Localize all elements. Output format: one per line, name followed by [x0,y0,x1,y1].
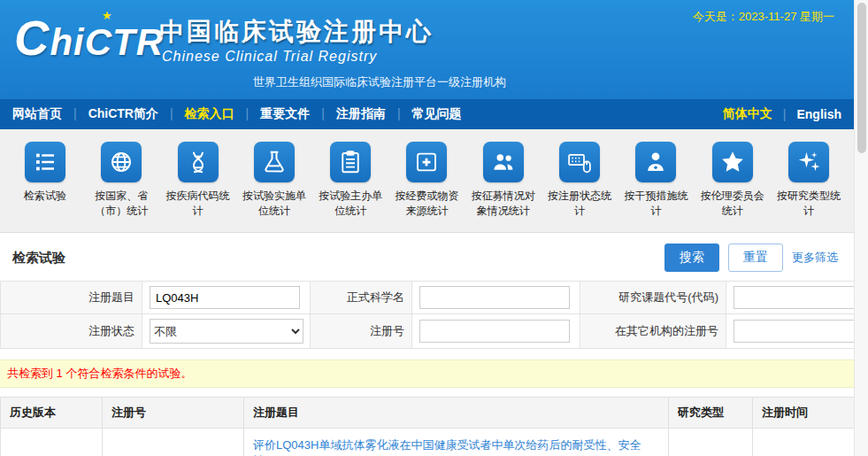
column-header-title: 注册题目 [244,398,669,429]
table-row: 历史版本 ChiCTR2300069500 评价LQ043H单域抗体雾化液在中国… [1,429,855,456]
clipboard-icon [330,142,371,182]
toolbar-item-label: 按征募情况对象情况统计 [470,189,537,219]
toolbar-item-by-country[interactable]: 按国家、省（市）统计 [83,142,159,232]
lang-chinese-link[interactable]: 简体中文 [723,106,772,122]
column-header-reg-date: 注册时间 [753,398,855,429]
toolbar-item-by-registration-status[interactable]: 按注册状态统计 [542,142,618,232]
list-123-icon [25,142,65,182]
form-row: 注册题目 正式科学名 研究课题代号(代码) [1,282,855,314]
nav-item-about[interactable]: ChiCTR简介 [62,106,158,122]
project-code-input[interactable] [734,286,868,309]
site-title-zh: 中国临床试验注册中心 [159,15,434,49]
field-label-scientific-name: 正式科学名 [311,282,412,314]
sparkles-icon [788,142,829,182]
column-header-study-type: 研究类型 [669,398,753,429]
search-actions: 搜索 重置 更多筛选 [664,243,838,272]
nav-items: 网站首页 ChiCTR简介 检索入口 重要文件 注册指南 常见问题 [12,106,723,122]
result-count-message: 共检索到 1 个符合检索条件的试验。 [0,359,854,388]
scientific-name-input[interactable] [419,286,570,309]
logo-star-icon: ★ [102,9,112,22]
site-header: ChiCTR ★ 中国临床试验注册中心 Chinese Clinical Tri… [0,0,854,99]
toolbar-item-by-implementing-unit[interactable]: 按试验实施单位统计 [236,142,312,232]
site-logo[interactable]: ChiCTR ★ [14,11,164,66]
dna-icon [178,142,219,182]
trial-title-link[interactable]: 评价LQ043H单域抗体雾化液在中国健康受试者中单次给药后的耐受性、安全性、… [253,438,641,456]
vertical-scrollbar[interactable] [854,0,868,456]
toolbar-item-search-trials[interactable]: 检索试验 [7,142,83,232]
toolbar-item-by-sponsor-unit[interactable]: 按试验主办单位统计 [312,142,388,232]
field-label-registration-number: 注册号 [311,314,412,349]
registration-date-cell: 2023/03/20 [753,429,855,456]
other-registry-number-input[interactable] [734,320,868,343]
toolbar-item-label: 按经费或物资来源统计 [393,189,460,219]
study-type-cell: 干预性研究 [669,429,753,456]
logo-text: ChiCTR [14,11,164,66]
toolbar-item-by-ethics-committee[interactable]: 按伦理委员会统计 [695,142,771,232]
results-header-row: 历史版本 注册号 注册题目 研究类型 注册时间 [1,398,855,429]
lang-english-link[interactable]: English [772,107,841,121]
nav-item-guide[interactable]: 注册指南 [310,106,386,122]
scrollbar-thumb[interactable] [857,3,866,153]
medical-box-icon [406,142,447,182]
column-header-history: 历史版本 [1,398,103,429]
registration-title-cell: 评价LQ043H单域抗体雾化液在中国健康受试者中单次给药后的耐受性、安全性、… … [244,429,669,456]
people-icon [483,142,524,182]
search-button[interactable]: 搜索 [664,243,719,272]
site-subtitle: 世界卫生组织国际临床试验注册平台一级注册机构 [253,74,506,90]
field-label-other-registry-number: 在其它机构的注册号 [580,314,726,349]
form-row: 注册状态 不限 注册号 在其它机构的注册号 [1,314,855,349]
reset-button[interactable]: 重置 [728,243,783,272]
nav-item-documents[interactable]: 重要文件 [234,106,311,122]
toolbar-item-by-intervention[interactable]: 按干预措施统计 [618,142,694,232]
toolbar-item-label: 按国家、省（市）统计 [88,189,155,219]
current-date: 今天是：2023-11-27 星期一 [693,9,834,25]
toolbar-item-by-study-type[interactable]: 按研究类型统计 [771,142,847,232]
toolbar-item-label: 按干预措施统计 [622,189,689,219]
chictr-page: ChiCTR ★ 中国临床试验注册中心 Chinese Clinical Tri… [0,0,854,456]
registration-number-input[interactable] [419,320,570,343]
toolbar-item-label: 按试验实施单位统计 [241,189,308,219]
more-filters-link[interactable]: 更多筛选 [792,250,838,266]
toolbar-item-label: 按疾病代码统计 [165,189,232,219]
doctor-icon [635,142,676,182]
toolbar-item-by-funding-source[interactable]: 按经费或物资来源统计 [388,142,465,232]
column-header-reg-no: 注册号 [103,398,244,429]
star-icon [712,142,753,182]
registration-status-select[interactable]: 不限 [150,319,303,344]
flask-icon [254,142,295,182]
search-form-table: 注册题目 正式科学名 研究课题代号(代码) 注册状态 不限 注册号 在其它机构的… [0,281,855,349]
site-title-en: Chinese Clinical Trial Registry [162,49,377,65]
nav-item-home[interactable]: 网站首页 [12,106,62,122]
language-switcher: 简体中文 English [723,106,841,122]
search-section-header: 检索试验 搜索 重置 更多筛选 [0,233,854,281]
statistics-toolbar: 检索试验 按国家、省（市）统计 按疾病代码统计 按试验实施单位统计 按试验主办单 [0,129,854,233]
field-label-registration-title: 注册题目 [1,282,142,314]
toolbar-item-label: 按注册状态统计 [546,189,613,219]
registration-number-cell: ChiCTR2300069500 [103,429,244,456]
toolbar-item-label: 按研究类型统计 [775,189,842,219]
toolbar-item-label: 检索试验 [12,189,79,204]
globe-icon [101,142,142,182]
main-nav: 网站首页 ChiCTR简介 检索入口 重要文件 注册指南 常见问题 简体中文 E… [0,99,854,129]
toolbar-item-label: 按伦理委员会统计 [699,189,766,219]
toolbar-item-by-disease-code[interactable]: 按疾病代码统计 [160,142,236,232]
field-label-registration-status: 注册状态 [1,314,142,349]
toolbar-item-label: 按试验主办单位统计 [317,189,384,219]
keyboard-mouse-icon [559,142,600,182]
section-title: 检索试验 [12,250,65,267]
registration-title-input[interactable] [150,286,300,309]
field-label-project-code: 研究课题代号(代码) [580,282,726,314]
results-table: 历史版本 注册号 注册题目 研究类型 注册时间 历史版本 ChiCTR23000… [0,397,855,456]
nav-item-faq[interactable]: 常见问题 [386,106,462,122]
toolbar-item-by-recruitment[interactable]: 按征募情况对象情况统计 [465,142,542,232]
nav-item-search-entry[interactable]: 检索入口 [158,106,234,122]
